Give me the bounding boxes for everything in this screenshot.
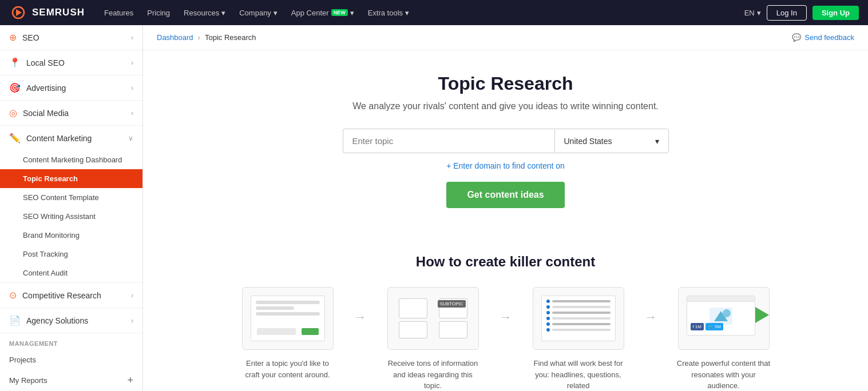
step-1-visual bbox=[242, 287, 334, 350]
step-4-visual: f1M 🐦5M bbox=[678, 287, 770, 350]
breadcrumb-bar: Dashboard › Topic Research 💬 Send feedba… bbox=[143, 25, 868, 50]
sidebar-label-agency-solutions: Agency Solutions bbox=[26, 316, 88, 325]
content-marketing-subitems: Content Marketing Dashboard Topic Resear… bbox=[0, 150, 142, 282]
chevron-right-icon: › bbox=[131, 109, 133, 117]
step-1: Enter a topic you'd like to craft your c… bbox=[225, 287, 351, 380]
sidebar-section-seo: ⊕ SEO › bbox=[0, 25, 142, 50]
sidebar-section-local-seo: 📍 Local SEO › bbox=[0, 50, 142, 75]
login-button[interactable]: Log In bbox=[767, 5, 807, 21]
nav-extra-tools[interactable]: Extra tools ▾ bbox=[362, 5, 415, 21]
management-label: MANAGEMENT bbox=[0, 333, 142, 350]
sidebar: ⊕ SEO › 📍 Local SEO › 🎯 Advertising bbox=[0, 25, 143, 391]
breadcrumb: Dashboard › Topic Research bbox=[157, 33, 256, 42]
sidebar-item-projects[interactable]: Projects bbox=[0, 350, 142, 369]
chevron-right-icon: › bbox=[131, 292, 133, 300]
step-1-desc: Enter a topic you'd like to craft your c… bbox=[239, 358, 336, 380]
sidebar-item-brand-monitoring[interactable]: Brand Monitoring bbox=[0, 226, 142, 245]
steps-row: Enter a topic you'd like to craft your c… bbox=[154, 287, 857, 391]
new-badge: NEW bbox=[331, 9, 348, 16]
step-2-desc: Receive tons of information and ideas re… bbox=[385, 358, 482, 391]
chevron-down-icon: ▾ bbox=[655, 137, 659, 146]
advertising-icon: 🎯 bbox=[9, 82, 21, 93]
step-3: Find what will work best for you: headli… bbox=[516, 287, 641, 391]
sidebar-item-content-audit[interactable]: Content Audit bbox=[0, 264, 142, 282]
sidebar-section-competitive-research: ⊙ Competitive Research › bbox=[0, 283, 142, 308]
step-3-desc: Find what will work best for you: headli… bbox=[530, 358, 627, 391]
breadcrumb-current: Topic Research bbox=[205, 33, 256, 42]
sidebar-item-post-tracking[interactable]: Post Tracking bbox=[0, 245, 142, 264]
logo[interactable]: SEMRUSH bbox=[9, 3, 85, 22]
step-arrow-3: → bbox=[645, 287, 657, 325]
breadcrumb-parent[interactable]: Dashboard bbox=[157, 33, 193, 42]
search-row: United States ▾ bbox=[154, 129, 857, 153]
sidebar-section-social-media: ◎ Social Media › bbox=[0, 101, 142, 126]
hero-section: Topic Research We analyze your rivals' c… bbox=[143, 50, 868, 248]
chevron-right-icon: › bbox=[131, 317, 133, 325]
how-to-title: How to create killer content bbox=[154, 254, 857, 270]
step-4: f1M 🐦5M C bbox=[661, 287, 787, 391]
svg-point-5 bbox=[723, 309, 731, 317]
step-4-desc: Create powerful content that resonates w… bbox=[675, 358, 772, 391]
sidebar-label-local-seo: Local SEO bbox=[26, 58, 65, 67]
seo-icon: ⊕ bbox=[9, 32, 17, 43]
how-to-section: How to create killer content Enter a top… bbox=[143, 248, 868, 391]
feedback-label: Send feedback bbox=[804, 33, 854, 42]
sidebar-item-local-seo[interactable]: 📍 Local SEO › bbox=[0, 50, 142, 75]
competitive-research-icon: ⊙ bbox=[9, 290, 17, 301]
sidebar-item-cm-dashboard[interactable]: Content Marketing Dashboard bbox=[0, 150, 142, 169]
subtopic-tag: SUBTOPIC bbox=[438, 300, 466, 308]
feedback-link[interactable]: 💬 Send feedback bbox=[792, 33, 854, 42]
signup-button[interactable]: Sign Up bbox=[812, 6, 859, 20]
sidebar-item-seo[interactable]: ⊕ SEO › bbox=[0, 25, 142, 50]
sidebar-label-social-media: Social Media bbox=[23, 109, 69, 118]
sidebar-item-seo-writing-assistant[interactable]: SEO Writing Assistant bbox=[0, 207, 142, 226]
main-content: Dashboard › Topic Research 💬 Send feedba… bbox=[143, 25, 868, 391]
sidebar-item-topic-research[interactable]: Topic Research bbox=[0, 169, 142, 188]
topic-input[interactable] bbox=[343, 129, 554, 153]
nav-items: Features Pricing Resources ▾ Company ▾ A… bbox=[98, 5, 731, 21]
step-2: SUBTOPIC Receive tons of information and… bbox=[370, 287, 496, 391]
chevron-right-icon: › bbox=[131, 34, 133, 42]
sidebar-label-content-marketing: Content Marketing bbox=[26, 134, 92, 143]
language-selector[interactable]: EN ▾ bbox=[744, 9, 761, 17]
sidebar-label-seo: SEO bbox=[22, 33, 39, 42]
country-select[interactable]: United States ▾ bbox=[554, 129, 669, 153]
plus-icon: + bbox=[127, 374, 133, 386]
sidebar-section-advertising: 🎯 Advertising › bbox=[0, 75, 142, 101]
get-content-ideas-button[interactable]: Get content ideas bbox=[446, 182, 564, 208]
step-2-visual: SUBTOPIC bbox=[387, 287, 479, 350]
sidebar-label-competitive-research: Competitive Research bbox=[22, 291, 101, 300]
play-icon bbox=[755, 307, 769, 323]
local-seo-icon: 📍 bbox=[9, 57, 21, 68]
domain-link[interactable]: + Enter domain to find content on bbox=[154, 161, 857, 170]
sidebar-item-agency-solutions[interactable]: 📄 Agency Solutions › bbox=[0, 308, 142, 333]
nav-pricing[interactable]: Pricing bbox=[141, 5, 176, 21]
sidebar-section-agency-solutions: 📄 Agency Solutions › bbox=[0, 308, 142, 333]
agency-solutions-icon: 📄 bbox=[9, 315, 21, 326]
chevron-right-icon: › bbox=[131, 84, 133, 92]
nav-features[interactable]: Features bbox=[98, 5, 139, 21]
breadcrumb-separator: › bbox=[198, 33, 200, 42]
nav-company[interactable]: Company ▾ bbox=[233, 5, 283, 21]
step-arrow-2: → bbox=[500, 287, 512, 325]
twitter-badge: 🐦5M bbox=[706, 323, 723, 330]
sidebar-label-advertising: Advertising bbox=[26, 83, 66, 93]
nav-app-center[interactable]: App Center NEW ▾ bbox=[286, 5, 360, 21]
sidebar-item-advertising[interactable]: 🎯 Advertising › bbox=[0, 75, 142, 100]
sidebar-item-social-media[interactable]: ◎ Social Media › bbox=[0, 101, 142, 125]
page-subtitle: We analyze your rivals' content and give… bbox=[154, 101, 857, 111]
social-media-icon: ◎ bbox=[9, 107, 17, 118]
nav-resources[interactable]: Resources ▾ bbox=[178, 5, 231, 21]
top-navigation: SEMRUSH Features Pricing Resources ▾ Com… bbox=[0, 0, 868, 25]
sidebar-item-competitive-research[interactable]: ⊙ Competitive Research › bbox=[0, 283, 142, 308]
step-arrow-1: → bbox=[354, 287, 367, 325]
facebook-badge: f1M bbox=[691, 323, 704, 330]
sidebar-item-my-reports[interactable]: My Reports + bbox=[0, 369, 142, 391]
page-title: Topic Research bbox=[154, 73, 857, 94]
logo-text: SEMRUSH bbox=[32, 7, 85, 18]
sidebar-item-content-marketing[interactable]: ✏️ Content Marketing ∨ bbox=[0, 126, 142, 150]
sidebar-management-section: MANAGEMENT Projects My Reports + bbox=[0, 333, 142, 391]
chevron-down-icon: ∨ bbox=[128, 134, 133, 142]
country-value: United States bbox=[564, 137, 612, 146]
sidebar-item-seo-content-template[interactable]: SEO Content Template bbox=[0, 188, 142, 207]
